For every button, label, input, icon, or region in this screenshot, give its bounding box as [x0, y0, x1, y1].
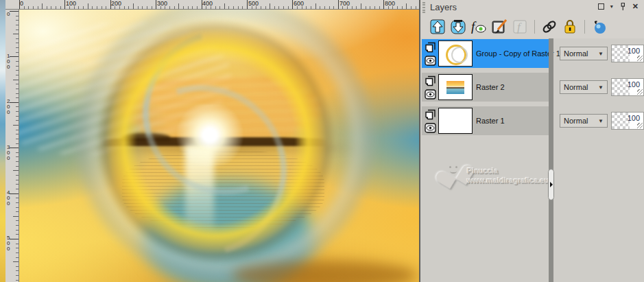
- menu-arrow-icon[interactable]: ▾: [610, 3, 613, 10]
- opacity-value: 100: [628, 47, 640, 55]
- ruler-label: 200: [111, 0, 121, 7]
- ruler-label: 200: [7, 99, 12, 115]
- layer-name: Raster 2: [473, 83, 505, 91]
- layer-thumbnail[interactable]: [438, 74, 473, 100]
- float-window-icon[interactable]: [598, 3, 604, 10]
- layer-type-icon: [425, 109, 436, 121]
- ruler-label: 500: [7, 235, 12, 252]
- artwork-sun: [172, 104, 248, 166]
- collapse-arrow-icon: [550, 182, 553, 187]
- blend-mode-value: Normal: [564, 49, 588, 58]
- ruler-label: 500: [248, 0, 259, 7]
- smiley-face-icon: [448, 166, 460, 174]
- layer-row-raster-2[interactable]: Raster 2: [422, 73, 549, 102]
- svg-text:f: f: [471, 19, 477, 34]
- watermark-author: Pinuccia: [467, 167, 498, 175]
- opacity-control[interactable]: 100: [611, 78, 644, 96]
- blend-mode-dropdown[interactable]: Normal ▼: [560, 114, 608, 128]
- visibility-toggle-icon[interactable]: [425, 89, 436, 99]
- layer-name: Raster 1: [473, 117, 505, 125]
- layer-thumbnail[interactable]: [438, 40, 473, 67]
- layer-thumbnail[interactable]: [438, 108, 473, 134]
- link-layers-icon[interactable]: [541, 19, 558, 35]
- opacity-value: 100: [628, 80, 640, 89]
- panel-title: Layers: [430, 2, 457, 12]
- layer-type-icon: [425, 42, 436, 54]
- lock-icon[interactable]: [562, 19, 578, 35]
- blend-mode-value: Normal: [564, 117, 588, 125]
- panel-splitter[interactable]: [549, 38, 553, 282]
- visibility-toggle-icon[interactable]: [425, 123, 436, 133]
- watermark-site: www.maldiragrafica.eu: [467, 176, 549, 185]
- layer-list: Group - Copy of Raster 1: [422, 38, 549, 282]
- layer-controls-row: Normal ▼ 100: [553, 73, 644, 102]
- opacity-value: 100: [628, 114, 640, 122]
- image-canvas[interactable]: [19, 10, 419, 282]
- ruler-label: 400: [7, 190, 12, 207]
- toolbar-separator: [584, 20, 585, 34]
- layers-palette: Layers ▾ ✕ f: [419, 0, 644, 282]
- app-window: 0 100 200 300 400 500 600 700 800 0 100 …: [0, 0, 644, 282]
- ruler-label: 300: [7, 145, 12, 161]
- opacity-slider-grip[interactable]: [637, 89, 643, 95]
- ruler-label: 100: [7, 54, 12, 70]
- layer-row-group-copy-of-raster-1[interactable]: Group - Copy of Raster 1: [422, 39, 549, 68]
- layer-controls: Normal ▼ 100 Normal ▼ 100: [553, 38, 644, 282]
- close-icon[interactable]: ✕: [632, 3, 639, 10]
- opacity-slider-grip[interactable]: [637, 123, 643, 128]
- layer-controls-row: Normal ▼ 100: [553, 39, 644, 68]
- panel-grip[interactable]: [422, 2, 425, 13]
- visibility-toggle-icon[interactable]: [425, 56, 436, 66]
- opacity-control[interactable]: 100: [611, 112, 644, 130]
- layer-effects-icon[interactable]: f: [470, 19, 487, 35]
- ruler-label: 800: [385, 0, 395, 7]
- layer-row-raster-1[interactable]: Raster 1: [422, 106, 549, 135]
- ruler-horizontal: 0 100 200 300 400 500 600 700 800: [5, 0, 419, 10]
- layers-palette-header[interactable]: Layers ▾ ✕: [420, 0, 644, 15]
- chevron-down-icon: ▼: [598, 84, 604, 91]
- ruler-label: 0: [20, 0, 23, 7]
- blend-mode-dropdown[interactable]: Normal ▼: [560, 47, 608, 60]
- edit-layer-icon[interactable]: [491, 19, 508, 35]
- layer-type-icon: [425, 75, 436, 87]
- ruler-label: 100: [66, 0, 76, 7]
- chevron-down-icon: ▼: [598, 51, 604, 57]
- opacity-slider-grip[interactable]: [637, 56, 643, 61]
- blend-mode-dropdown[interactable]: Normal ▼: [560, 80, 608, 94]
- pin-icon[interactable]: [619, 2, 626, 11]
- ruler-label: 400: [202, 0, 213, 7]
- layer-controls-row: Normal ▼ 100: [553, 106, 644, 135]
- ruler-label: 300: [157, 0, 167, 7]
- opacity-control[interactable]: 100: [611, 45, 644, 62]
- blend-mode-value: Normal: [564, 83, 588, 91]
- ruler-label: 0: [7, 12, 12, 17]
- canvas-edge-strip: [0, 0, 5, 282]
- move-layer-up-icon[interactable]: [429, 19, 446, 35]
- layer-name: Group - Copy of Raster 1: [473, 49, 560, 58]
- ruler-label: 700: [339, 0, 350, 7]
- ruler-label: 600: [294, 0, 304, 7]
- chevron-down-icon: ▼: [598, 118, 604, 124]
- toolbar-separator: [534, 20, 535, 34]
- move-layer-down-icon[interactable]: [450, 19, 466, 35]
- script-icon: f: [512, 19, 528, 35]
- ruler-vertical: 0 100 200 300 400 500: [5, 10, 19, 282]
- layers-toolbar: f f: [420, 15, 644, 38]
- sphere-icon[interactable]: [591, 19, 608, 35]
